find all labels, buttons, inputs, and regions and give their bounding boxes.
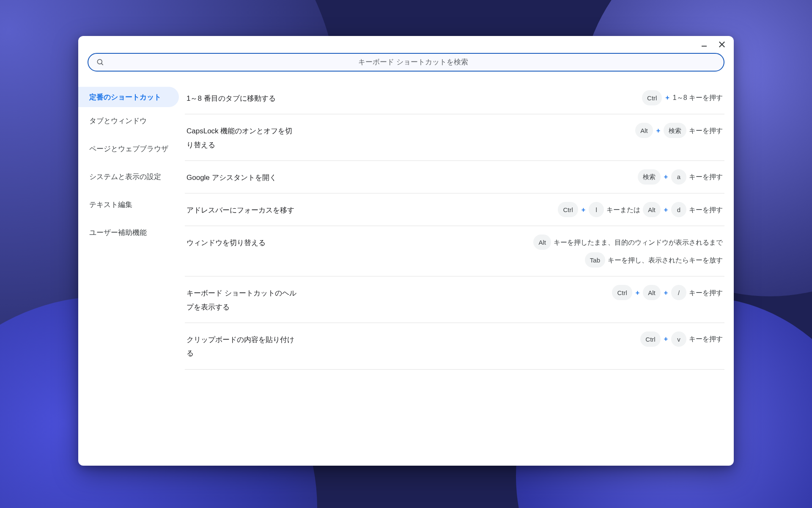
plus-icon: + [663, 331, 669, 346]
shortcut-row: ウィンドウを切り替えるAltキーを押したまま、目的のウィンドウが表示されるまでT… [185, 226, 724, 276]
search-icon [96, 58, 104, 66]
shortcut-keys: Ctrl+Alt+/キーを押す [612, 285, 723, 300]
shortcut-keys: Ctrl+vキーを押す [640, 331, 723, 347]
shortcut-text: キーを押す [689, 169, 723, 184]
keycap: Alt [533, 235, 551, 250]
sidebar-item-label: 定番のショートカット [89, 92, 161, 102]
sidebar-item-4[interactable]: テキスト編集 [78, 194, 179, 215]
keycap: Alt [643, 285, 661, 300]
shortcut-text: キーを押す [689, 123, 723, 138]
keycap: Ctrl [612, 285, 632, 300]
sidebar-item-label: ページとウェブブラウザ [89, 144, 168, 154]
shortcuts-window: 定番のショートカットタブとウィンドウページとウェブブラウザシステムと表示の設定テ… [78, 36, 734, 466]
titlebar [78, 36, 734, 53]
shortcut-list: 1～8 番目のタブに移動するCtrl+1～8 キーを押すCapsLock 機能の… [185, 82, 734, 466]
shortcut-title: アドレスバーにフォーカスを移す [187, 202, 294, 217]
minimize-icon [701, 41, 708, 48]
keycap: a [671, 169, 686, 185]
keycap: d [671, 202, 686, 217]
sidebar-item-5[interactable]: ユーザー補助機能 [78, 222, 179, 243]
sidebar-item-label: タブとウィンドウ [89, 116, 147, 126]
shortcut-title: ウィンドウを切り替える [187, 235, 266, 250]
shortcut-row: Google アシスタントを開く検索+aキーを押す [185, 161, 724, 193]
keycap: 検索 [638, 169, 661, 185]
shortcut-row: キーボード ショートカットのヘルプを表示するCtrl+Alt+/キーを押す [185, 276, 724, 323]
shortcut-text: キーを押す [689, 202, 723, 217]
keycap: Alt [643, 202, 661, 217]
sidebar-item-1[interactable]: タブとウィンドウ [78, 110, 179, 131]
shortcut-text: キーを押し、表示されたらキーを放す [608, 253, 723, 268]
shortcut-keys: Alt+検索キーを押す [635, 123, 723, 138]
shortcut-text: キーを押す [689, 285, 723, 300]
shortcut-text: 1～8 キーを押す [673, 90, 723, 105]
shortcut-keys: Altキーを押したまま、目的のウィンドウが表示されるまでTabキーを押し、表示さ… [528, 235, 723, 268]
shortcut-text: キーを押す [689, 331, 723, 346]
plus-icon: + [663, 285, 669, 300]
keycap: Ctrl [640, 331, 660, 347]
search-bar[interactable] [88, 53, 724, 72]
svg-line-4 [102, 64, 103, 65]
shortcut-row: クリップボードの内容を貼り付けるCtrl+vキーを押す [185, 323, 724, 370]
shortcut-title: キーボード ショートカットのヘルプを表示する [187, 285, 296, 314]
keycap: / [671, 285, 686, 300]
keycap: l [589, 202, 604, 217]
plus-icon: + [663, 202, 669, 217]
plus-icon: + [635, 285, 640, 300]
sidebar-item-3[interactable]: システムと表示の設定 [78, 166, 179, 187]
sidebar-item-0[interactable]: 定番のショートカット [78, 87, 179, 107]
shortcut-title: CapsLock 機能のオンとオフを切り替える [187, 123, 296, 152]
keycap: v [671, 331, 686, 347]
sidebar-item-label: テキスト編集 [89, 200, 132, 210]
plus-icon: + [663, 169, 669, 184]
sidebar-item-label: システムと表示の設定 [89, 172, 161, 182]
shortcut-row: 1～8 番目のタブに移動するCtrl+1～8 キーを押す [185, 82, 724, 114]
keycap: 検索 [664, 123, 686, 138]
shortcut-text: キーを押したまま、目的のウィンドウが表示されるまで [554, 235, 723, 250]
keycap: Ctrl [558, 202, 578, 217]
shortcut-title: クリップボードの内容を貼り付ける [187, 331, 296, 361]
shortcut-keys: 検索+aキーを押す [638, 169, 723, 185]
close-button[interactable] [716, 39, 728, 50]
plus-icon: + [581, 202, 586, 217]
keycap: Ctrl [642, 90, 662, 105]
shortcut-text: キーまたは [606, 202, 640, 217]
plus-icon: + [664, 90, 670, 105]
shortcut-row: アドレスバーにフォーカスを移すCtrl+lキーまたはAlt+dキーを押す [185, 193, 724, 226]
search-input[interactable] [110, 58, 716, 66]
sidebar: 定番のショートカットタブとウィンドウページとウェブブラウザシステムと表示の設定テ… [78, 82, 185, 466]
sidebar-item-2[interactable]: ページとウェブブラウザ [78, 138, 179, 159]
shortcut-title: Google アシスタントを開く [187, 169, 277, 185]
minimize-button[interactable] [698, 39, 710, 50]
sidebar-item-label: ユーザー補助機能 [89, 228, 147, 237]
shortcut-row: CapsLock 機能のオンとオフを切り替えるAlt+検索キーを押す [185, 114, 724, 161]
shortcut-title: 1～8 番目のタブに移動する [187, 90, 276, 105]
keycap: Alt [635, 123, 653, 138]
shortcut-keys: Ctrl+1～8 キーを押す [642, 90, 723, 105]
shortcut-keys: Ctrl+lキーまたはAlt+dキーを押す [558, 202, 723, 217]
svg-point-3 [97, 59, 102, 64]
plus-icon: + [656, 123, 661, 138]
keycap: Tab [585, 252, 605, 268]
close-icon [718, 40, 726, 49]
